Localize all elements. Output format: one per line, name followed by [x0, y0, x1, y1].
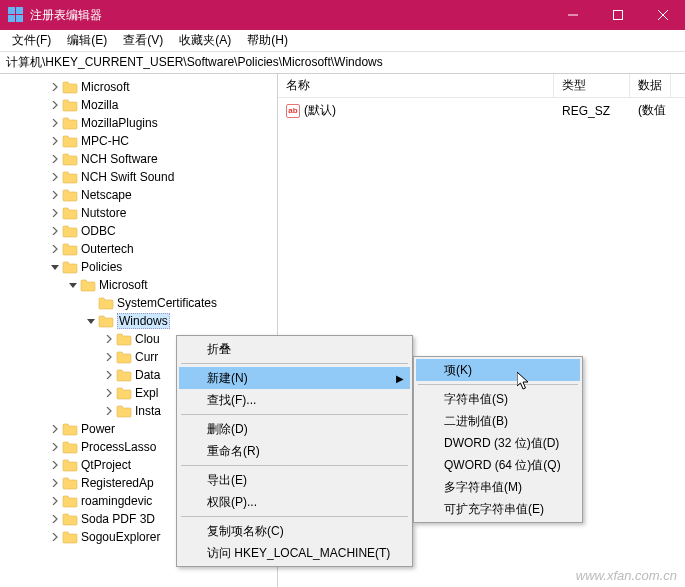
tree-node[interactable]: MPC-HC — [0, 132, 277, 150]
menu-item-label: 重命名(R) — [207, 443, 260, 460]
tree-node[interactable]: Outertech — [0, 240, 277, 258]
tree-label: Nutstore — [81, 206, 126, 220]
tree-label: MPC-HC — [81, 134, 129, 148]
menu-item-label: 项(K) — [444, 362, 472, 379]
expand-icon[interactable] — [48, 98, 62, 112]
expand-icon[interactable] — [48, 476, 62, 490]
menu-item[interactable]: QWORD (64 位)值(Q) — [416, 454, 580, 476]
tree-node[interactable]: Netscape — [0, 186, 277, 204]
expand-icon[interactable] — [102, 332, 116, 346]
menu-item[interactable]: 复制项名称(C) — [179, 520, 410, 542]
expand-icon[interactable] — [102, 368, 116, 382]
menu-item[interactable]: 访问 HKEY_LOCAL_MACHINE(T) — [179, 542, 410, 564]
watermark: www.xfan.com.cn — [576, 568, 677, 583]
tree-node[interactable]: ODBC — [0, 222, 277, 240]
tree-node[interactable]: MozillaPlugins — [0, 114, 277, 132]
tree-node[interactable]: SystemCertificates — [0, 294, 277, 312]
expand-icon[interactable] — [48, 80, 62, 94]
expand-icon[interactable] — [48, 512, 62, 526]
expand-icon[interactable] — [48, 116, 62, 130]
menu-item[interactable]: 收藏夹(A) — [171, 30, 239, 51]
menu-item-label: 权限(P)... — [207, 494, 257, 511]
menu-item[interactable]: 查看(V) — [115, 30, 171, 51]
tree-node[interactable]: Nutstore — [0, 204, 277, 222]
expand-icon[interactable] — [48, 440, 62, 454]
context-menu[interactable]: 折叠新建(N)▶查找(F)...删除(D)重命名(R)导出(E)权限(P)...… — [176, 335, 413, 567]
expand-icon[interactable] — [48, 242, 62, 256]
maximize-button[interactable] — [595, 0, 640, 30]
address-bar[interactable]: 计算机\HKEY_CURRENT_USER\Software\Policies\… — [0, 52, 685, 74]
expand-icon[interactable] — [48, 530, 62, 544]
menu-item[interactable]: 删除(D) — [179, 418, 410, 440]
tree-node[interactable]: Windows — [0, 312, 277, 330]
menu-item[interactable]: 折叠 — [179, 338, 410, 360]
minimize-button[interactable] — [550, 0, 595, 30]
tree-node[interactable]: Microsoft — [0, 78, 277, 96]
tree-node[interactable]: NCH Software — [0, 150, 277, 168]
expand-icon[interactable] — [48, 458, 62, 472]
menu-item-label: 折叠 — [207, 341, 231, 358]
menu-separator — [181, 363, 408, 364]
menu-item-label: 查找(F)... — [207, 392, 256, 409]
expand-icon[interactable] — [48, 152, 62, 166]
menu-item-label: 字符串值(S) — [444, 391, 508, 408]
expand-icon[interactable] — [48, 494, 62, 508]
expand-icon[interactable] — [102, 350, 116, 364]
menu-item[interactable]: 导出(E) — [179, 469, 410, 491]
menu-item[interactable]: 二进制值(B) — [416, 410, 580, 432]
menu-item-label: 新建(N) — [207, 370, 248, 387]
expand-icon[interactable] — [48, 188, 62, 202]
menu-item-label: 多字符串值(M) — [444, 479, 522, 496]
col-name[interactable]: 名称 — [278, 74, 554, 97]
tree-node[interactable]: NCH Swift Sound — [0, 168, 277, 186]
col-type[interactable]: 类型 — [554, 74, 630, 97]
expand-icon[interactable] — [102, 386, 116, 400]
menu-item[interactable]: 权限(P)... — [179, 491, 410, 513]
menu-item[interactable]: 多字符串值(M) — [416, 476, 580, 498]
col-data[interactable]: 数据 — [630, 74, 671, 97]
menu-separator — [181, 465, 408, 466]
list-row[interactable]: ab(默认)REG_SZ(数值 — [278, 98, 685, 123]
window-title: 注册表编辑器 — [30, 7, 550, 24]
menu-item[interactable]: 字符串值(S) — [416, 388, 580, 410]
menu-item[interactable]: DWORD (32 位)值(D) — [416, 432, 580, 454]
expand-icon[interactable] — [102, 404, 116, 418]
close-button[interactable] — [640, 0, 685, 30]
expand-icon[interactable] — [84, 314, 98, 328]
menu-item[interactable]: 查找(F)... — [179, 389, 410, 411]
tree-label: Curr — [135, 350, 158, 364]
menu-item-label: 导出(E) — [207, 472, 247, 489]
expand-icon[interactable] — [48, 224, 62, 238]
tree-node[interactable]: Mozilla — [0, 96, 277, 114]
menu-item[interactable]: 可扩充字符串值(E) — [416, 498, 580, 520]
menu-item[interactable]: 重命名(R) — [179, 440, 410, 462]
context-submenu-new[interactable]: 项(K)字符串值(S)二进制值(B)DWORD (32 位)值(D)QWORD … — [413, 356, 583, 523]
address-text: 计算机\HKEY_CURRENT_USER\Software\Policies\… — [6, 54, 383, 71]
tree-label: Power — [81, 422, 115, 436]
expand-icon[interactable] — [84, 296, 98, 310]
tree-label: QtProject — [81, 458, 131, 472]
menu-separator — [418, 384, 578, 385]
menu-item[interactable]: 编辑(E) — [59, 30, 115, 51]
expand-icon[interactable] — [48, 134, 62, 148]
expand-icon[interactable] — [48, 170, 62, 184]
menu-item[interactable]: 新建(N)▶ — [179, 367, 410, 389]
expand-icon[interactable] — [48, 206, 62, 220]
tree-node[interactable]: Policies — [0, 258, 277, 276]
menu-item-label: 访问 HKEY_LOCAL_MACHINE(T) — [207, 545, 390, 562]
menu-item[interactable]: 帮助(H) — [239, 30, 296, 51]
value-data: (数值 — [638, 102, 666, 119]
menu-item[interactable]: 文件(F) — [4, 30, 59, 51]
tree-node[interactable]: Microsoft — [0, 276, 277, 294]
tree-label: ODBC — [81, 224, 116, 238]
tree-label: Data — [135, 368, 160, 382]
menu-separator — [181, 516, 408, 517]
menu-item[interactable]: 项(K) — [416, 359, 580, 381]
tree-label: SystemCertificates — [117, 296, 217, 310]
title-bar: 注册表编辑器 — [0, 0, 685, 30]
expand-icon[interactable] — [48, 422, 62, 436]
svg-rect-1 — [613, 11, 622, 20]
expand-icon[interactable] — [66, 278, 80, 292]
menu-separator — [181, 414, 408, 415]
expand-icon[interactable] — [48, 260, 62, 274]
